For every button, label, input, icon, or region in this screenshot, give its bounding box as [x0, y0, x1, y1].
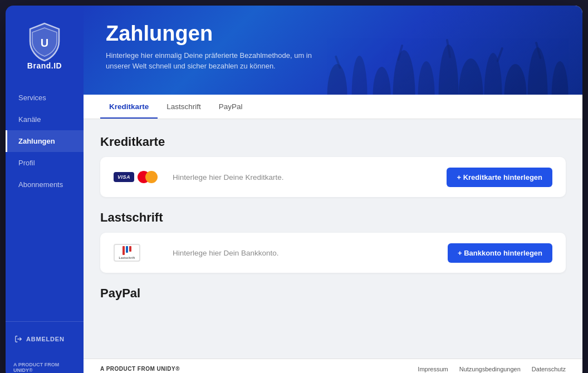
svg-rect-16	[497, 47, 504, 62]
tab-paypal[interactable]: PayPal	[210, 95, 252, 119]
shield-icon: U	[27, 21, 62, 57]
svg-point-6	[418, 61, 435, 95]
hero-header: Zahlungen Hinterlege hier einmalig Deine…	[84, 6, 582, 95]
content-area: Kreditkarte VISA Hinterlege hier Deine K…	[84, 119, 582, 359]
svg-point-2	[327, 64, 347, 95]
lastschrift-placeholder: Hinterlege hier Dein Bankkonto.	[164, 249, 448, 257]
main-content: Zahlungen Hinterlege hier einmalig Deine…	[84, 6, 582, 373]
svg-point-12	[552, 61, 569, 95]
svg-point-4	[373, 67, 391, 95]
crowd-silhouette-icon	[283, 6, 582, 95]
app-container: U Brand.ID Services Kanäle Zahlungen Pro…	[6, 6, 582, 373]
footer-link-datenschutz[interactable]: Datenschutz	[532, 366, 566, 372]
hero-subtitle: Hinterlege hier einmalig Deine präferier…	[106, 50, 317, 72]
tab-lastschrift[interactable]: Lastschrift	[158, 95, 210, 119]
footer-link-impressum[interactable]: Impressum	[418, 366, 448, 372]
kreditkarte-placeholder: Hinterlege hier Deine Kreditkarte.	[164, 173, 447, 181]
footer-link-nutzungsbedingungen[interactable]: Nutzungsbedingungen	[459, 366, 521, 372]
lastschrift-card: Lastschrift Hinterlege hier Dein Bankkon…	[100, 233, 566, 273]
lastschrift-section: Lastschrift Lastschrift Hinterlege hie	[100, 210, 566, 273]
logout-icon	[14, 335, 22, 343]
logout-button[interactable]: ABMELDEN	[6, 331, 84, 347]
sidebar-item-kanaele[interactable]: Kanäle	[6, 109, 84, 130]
tab-kreditkarte[interactable]: Kreditkarte	[100, 95, 158, 119]
sidebar-item-profil[interactable]: Profil	[6, 152, 84, 174]
sidebar: U Brand.ID Services Kanäle Zahlungen Pro…	[6, 6, 84, 373]
card-icons: VISA	[114, 171, 164, 183]
sidebar-footer: A PRODUCT FROM UNIDY®	[6, 356, 84, 373]
add-kreditkarte-button[interactable]: + Kreditkarte hinterlegen	[447, 168, 552, 187]
lastschrift-title: Lastschrift	[100, 210, 566, 225]
sidebar-item-services[interactable]: Services	[6, 87, 84, 109]
svg-point-3	[352, 56, 367, 95]
sidebar-nav: Services Kanäle Zahlungen Profil Abonnem…	[6, 87, 84, 321]
svg-text:U: U	[41, 37, 48, 49]
kreditkarte-section: Kreditkarte VISA Hinterlege hier Deine K…	[100, 135, 566, 197]
logo-area: U Brand.ID	[6, 6, 84, 81]
svg-point-5	[393, 50, 415, 95]
sidebar-item-zahlungen[interactable]: Zahlungen	[6, 130, 84, 152]
main-footer: A PRODUCT FROM UNIDY® Impressum Nutzungs…	[84, 359, 582, 373]
footer-links: Impressum Nutzungsbedingungen Datenschut…	[418, 366, 566, 372]
lastschrift-bank-icon: Lastschrift	[114, 244, 140, 262]
svg-point-8	[459, 58, 483, 95]
sidebar-item-abonnements[interactable]: Abonnements	[6, 174, 84, 195]
mastercard-icon	[138, 171, 158, 183]
paypal-title: PayPal	[100, 286, 566, 301]
paypal-section: PayPal	[100, 286, 566, 308]
visa-icon: VISA	[114, 172, 134, 182]
lastschrift-icons: Lastschrift	[114, 244, 164, 262]
add-bankkonto-button[interactable]: + Bankkonto hinterlegen	[448, 243, 552, 263]
footer-brand: A PRODUCT FROM UNIDY®	[100, 366, 180, 372]
sidebar-bottom: ABMELDEN	[6, 321, 84, 356]
tabs-bar: Kreditkarte Lastschrift PayPal	[84, 95, 582, 119]
svg-point-10	[504, 64, 527, 95]
svg-point-11	[528, 47, 548, 95]
kreditkarte-card: VISA Hinterlege hier Deine Kreditkarte. …	[100, 157, 566, 197]
page-title: Zahlungen	[106, 22, 560, 46]
brand-name: Brand.ID	[27, 61, 62, 70]
kreditkarte-title: Kreditkarte	[100, 135, 566, 149]
